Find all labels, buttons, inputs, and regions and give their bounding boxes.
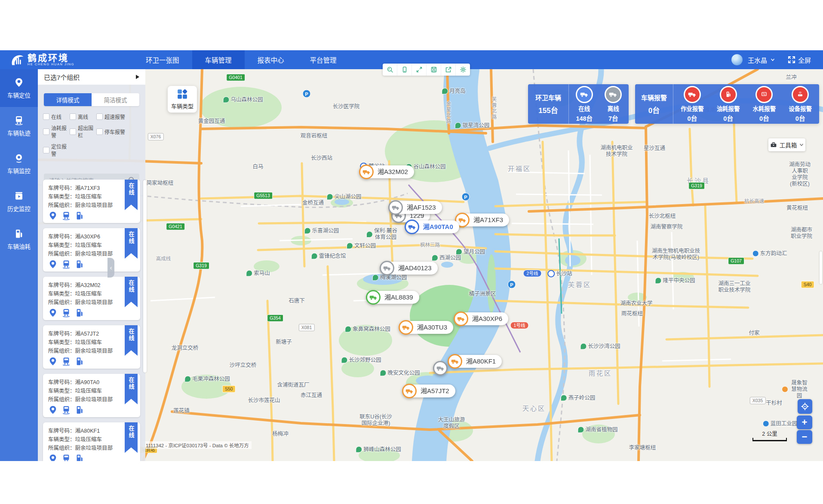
fuel-alarm-icon [720,86,737,103]
vehicle-panel: 已选7个组织 详情模式简洁模式 在线 离线 超速报警 油耗报警 超出围栏 [38,69,145,461]
vehicle-type-label: 车辆类型 [171,102,193,110]
rail-item-vehicle-track[interactable]: 车辆轨迹 [0,107,38,145]
vehicle-card[interactable]: 车牌号码：湘A30XP6 车辆类型：垃圾压缩车 所属组织：厨余垃圾项目部 在线 [43,228,140,272]
road-badge: 1号线 [510,322,529,329]
map-label: 晚安文化公园 [380,370,420,376]
track-vehicle-icon[interactable] [61,405,71,415]
user-avatar[interactable] [731,54,743,65]
map-canvas[interactable]: 月亮岛 乌山森林公园 长沙医学院 黄金园互通 银星湾公园 观音岩枢纽 谷山森林公… [38,69,823,461]
checkbox-box[interactable] [70,128,76,135]
zoom-in-button[interactable]: + [797,415,812,429]
toolbox-label: 工具箱 [780,141,797,149]
panel-scrollbar[interactable] [143,180,147,373]
checkbox-box[interactable] [96,128,103,135]
map-label: 金星北路 [445,101,451,124]
nav-item[interactable]: 环卫一张图 [133,50,192,69]
export-button[interactable] [441,64,456,76]
track-vehicle-icon[interactable] [61,454,71,461]
filter-checkbox[interactable]: 停车报警 [96,124,137,139]
brand-logo: 鹤成环境 HE CHENG HUAN JING [0,53,106,67]
locate-button[interactable] [798,399,812,414]
filter-checkbox[interactable]: 超出围栏 [70,124,96,139]
nav-item[interactable]: 平台管理 [297,50,350,69]
arrow-right-icon [136,75,139,79]
online-truck-icon [576,86,593,103]
locate-vehicle-icon[interactable] [48,308,58,318]
truck-icon [433,361,448,376]
nav-item[interactable]: 车辆管理 [192,50,245,69]
map-label: 联东U谷(长沙 国际企业港) [359,414,392,427]
nav-item[interactable]: 报表中心 [245,50,297,69]
locate-vehicle-icon[interactable] [48,211,58,220]
checkbox-box[interactable] [43,128,49,135]
org-selector[interactable]: 已选7个组织 [38,69,145,85]
vehicle-card[interactable]: 车牌号码：湘A90TA0 车辆类型：垃圾压缩车 所属组织：厨余垃圾项目部 在线 [43,374,140,417]
toolbox-button[interactable]: 工具箱 [768,138,805,151]
locate-vehicle-icon[interactable] [48,357,58,366]
locate-vehicle-icon[interactable] [48,454,58,461]
vehicle-type-icon [177,89,188,100]
map-label: 雷锋纪念馆 [311,253,346,260]
vehicle-type-button[interactable]: 车辆类型 [168,86,197,113]
locate-vehicle-icon[interactable] [48,260,58,269]
mobile-view-button[interactable] [397,64,412,76]
locate-icon [801,402,809,411]
track-vehicle-icon[interactable] [61,308,71,318]
vehicle-card[interactable]: 车牌号码：湘A32M02 车辆类型：垃圾压缩车 所属组织：厨余垃圾项目部 在线 [43,277,140,320]
vehicle-card[interactable]: 车牌号码：湘A80KF1 车辆类型：垃圾压缩车 所属组织：厨余垃圾项目部 在线 [43,422,140,461]
save-button[interactable] [427,64,441,76]
fuel-vehicle-icon[interactable] [75,454,84,461]
track-vehicle-icon[interactable] [61,260,71,269]
offline-stat: 离线 7台 [605,86,622,122]
parking-icon: P [303,90,311,98]
fullscreen-icon [788,56,795,64]
rail-label: 车辆监控 [7,166,31,175]
fuel-vehicle-icon[interactable] [75,260,84,269]
parking-icon: P [508,281,516,289]
checkbox-box[interactable] [43,113,49,120]
mode-tab[interactable]: 简洁模式 [92,93,139,106]
vehicle-card[interactable]: 车牌号码：湘A71XF3 车辆类型：垃圾压缩车 所属组织：厨余垃圾项目部 在线 [43,180,140,223]
rail-item-history-monitor[interactable]: 历史监控 [0,183,38,220]
user-name[interactable]: 王水晶 [748,55,767,64]
panel-collapse-handle[interactable]: ‹ [107,258,114,278]
poi-icon [341,357,347,363]
checkbox-box[interactable] [43,147,49,153]
map-scale: 2 公里 [752,429,787,441]
zoom-search-button[interactable] [383,64,397,76]
rail-item-vehicle-monitor[interactable]: 车辆监控 [0,145,38,183]
fuel-vehicle-icon[interactable] [75,211,84,220]
offline-truck-icon [605,86,622,103]
map-label: 杨梅冲 [272,431,289,437]
filter-checkbox[interactable]: 超速报警 [96,113,137,120]
checkbox-box[interactable] [96,113,103,120]
fuel-vehicle-icon[interactable] [75,357,84,366]
map-label: 芙蓉北路 [491,97,497,120]
vehicle-card[interactable]: 车牌号码：湘A57JT2 车辆类型：垃圾压缩车 所属组织：厨余垃圾项目部 在线 [43,325,140,369]
fuel-vehicle-icon[interactable] [75,405,84,415]
poi-icon [561,395,567,401]
map-scrollbar[interactable] [820,251,822,284]
water-alarm-stat: 水耗报警 0台 [752,86,776,122]
road-badge: G319 [193,262,209,269]
checkbox-box[interactable] [70,113,76,120]
expand-button[interactable] [412,64,427,76]
fullscreen-button[interactable]: 全屏 [788,55,811,64]
rail-item-vehicle-fuel[interactable]: 车辆油耗 [0,220,38,258]
parking-icon: P [462,193,470,201]
filter-checkbox[interactable]: 离线 [70,113,96,120]
track-vehicle-icon[interactable] [61,211,71,220]
filter-checkbox[interactable]: 油耗报警 [43,124,70,139]
online-value: 148台 [576,113,593,122]
filter-checkbox[interactable]: 定位报警 [43,143,70,157]
settings-gear-icon[interactable] [456,64,470,76]
chevron-down-icon[interactable] [771,58,775,62]
fuel-vehicle-icon[interactable] [75,308,84,318]
road-badge: G354 [267,315,283,322]
mode-tab[interactable]: 详情模式 [44,93,92,106]
locate-vehicle-icon[interactable] [48,405,58,415]
track-vehicle-icon[interactable] [61,357,71,366]
zoom-out-button[interactable]: − [797,430,812,444]
filter-checkbox[interactable]: 在线 [43,113,70,120]
rail-item-vehicle-location[interactable]: 车辆定位 [0,69,38,107]
